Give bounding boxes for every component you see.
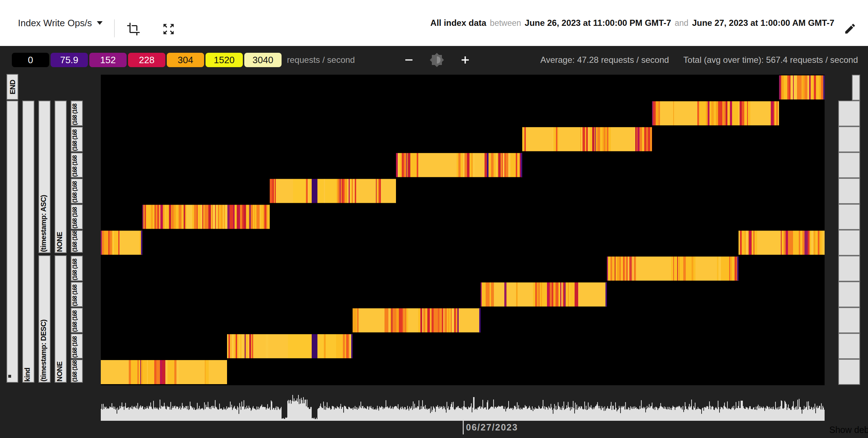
legend-stop-0: 0 [12,53,49,67]
key-range-row-11[interactable]: (168 (168 [71,359,83,383]
brightness-button[interactable] [429,53,445,67]
legend-stop-3040: 3040 [244,53,282,67]
truncated-key-mark [8,375,11,378]
timeline-waveform-canvas[interactable] [101,395,825,421]
key-range-none-desc-label: NONE [56,362,63,382]
key-range-row-10-label: (168 (168 [72,336,78,358]
metric-selector[interactable]: Index Write Ops/s [18,0,103,46]
crop-button[interactable] [126,22,141,36]
key-range-row-8[interactable]: (168 (168 [71,282,83,307]
metric-selector-label: Index Write Ops/s [18,18,92,29]
key-range-row-3[interactable]: (168 (168 [71,153,83,178]
expand-row-handle-9[interactable] [838,307,860,333]
key-range-row-1-label: (168 (168 [72,104,78,125]
color-scale-legend: 075.915222830415203040 [12,53,282,67]
legend-stop-152: 152 [89,53,127,67]
legend-stop-304: 304 [167,53,204,67]
zoom-in-button[interactable] [457,53,473,67]
key-range-timestamp-desc-label: (timestamp: DESC) [39,320,47,382]
legend-unit-label: requests / second [287,46,355,74]
key-range-row-5[interactable]: (168 (168 [71,204,83,229]
key-range-row-3-label: (168 (168 [72,155,78,177]
expand-row-handle-6[interactable] [838,230,860,256]
time-range-between: between [490,18,521,28]
expand-row-handle-2[interactable] [838,126,860,152]
key-range-kind[interactable]: kind [22,101,34,383]
key-range-row-6[interactable]: (168 (168 [71,230,83,253]
expand-row-handle-10[interactable] [838,333,860,359]
row-label-end[interactable]: END [6,74,18,100]
crop-icon [127,22,140,36]
expand-row-handle-1[interactable] [838,101,860,126]
key-range-row-11-label: (168 (168 [72,360,78,382]
timeline-tick [463,421,464,434]
fullscreen-button[interactable] [161,22,176,36]
legend-stop-228: 228 [128,53,165,67]
zoom-out-button[interactable] [401,53,417,67]
average-stat: Average: 47.28 requests / second [541,55,669,65]
edit-time-range-button[interactable] [843,22,857,36]
row-label-end-label: END [9,80,16,94]
time-range-summary: All index data between June 26, 2023 at … [430,0,834,46]
key-range-timestamp-asc-label: (timestamp: ASC) [39,195,47,252]
header-divider [114,19,115,37]
expand-row-handle-4[interactable] [838,178,860,204]
expand-row-handle-0[interactable] [852,75,860,101]
key-visualizer-app: Index Write Ops/s All index data between… [0,0,868,438]
show-debug-link[interactable]: Show debug [829,425,868,435]
key-range-none-desc[interactable]: NONE [55,255,67,383]
key-range-row-9-label: (168 (168 [72,311,78,332]
legend-stop-75.9: 75.9 [51,53,88,67]
key-range-row-5-label: (168 (168 [72,207,78,229]
time-range-start: June 26, 2023 at 11:00:00 PM GMT-7 [525,18,671,28]
key-range-row-10[interactable]: (168 (168 [71,334,83,359]
key-range-timestamp-asc[interactable]: (timestamp: ASC) [38,101,51,253]
key-range-root[interactable] [6,101,18,383]
key-range-row-2-label: (168 (168 [72,130,78,151]
key-range-row-1[interactable]: (168 (168 [71,101,83,126]
time-range-end: June 27, 2023 at 1:00:00 AM GMT-7 [692,18,834,28]
key-range-timestamp-desc[interactable]: (timestamp: DESC) [38,255,51,383]
time-range-and: and [675,18,688,28]
metric-stats: Average: 47.28 requests / second Total (… [541,46,858,74]
expand-row-handle-7[interactable] [838,256,860,281]
key-range-row-4-label: (168 (168 [72,181,78,203]
expand-row-handle-11[interactable] [838,359,860,385]
key-range-row-7-label: (168 (168 [72,259,78,280]
edit-icon [844,22,857,35]
expand-row-handle-8[interactable] [838,281,860,307]
key-range-none-asc-label: NONE [56,232,63,252]
time-range-prefix: All index data [430,18,486,28]
key-range-row-7[interactable]: (168 (168 [71,256,83,281]
key-range-kind-label: kind [23,368,31,382]
heatmap-toolbar: 075.915222830415203040 requests / second… [0,46,868,74]
key-range-row-2[interactable]: (168 (168 [71,127,83,152]
zoom-out-map-icon [162,22,175,36]
key-range-row-6-label: (168 (168 [72,230,78,252]
key-range-row-4[interactable]: (168 (168 [71,178,83,204]
key-range-row-9[interactable]: (168 (168 [71,308,83,333]
timeline-date-label: 06/27/2023 [466,422,518,433]
key-range-row-8-label: (168 (168 [72,285,78,306]
dropdown-caret-icon [97,21,103,25]
heatmap-canvas[interactable] [101,75,825,385]
brightness-medium-icon [429,52,444,67]
expand-row-handle-5[interactable] [838,204,860,230]
legend-stop-1520: 1520 [206,53,243,67]
key-range-none-asc[interactable]: NONE [55,101,67,253]
expand-row-handle-3[interactable] [838,152,860,178]
header-bar: Index Write Ops/s All index data between… [0,0,868,46]
total-stat: Total (avg over time): 567.4 requests / … [683,55,858,65]
